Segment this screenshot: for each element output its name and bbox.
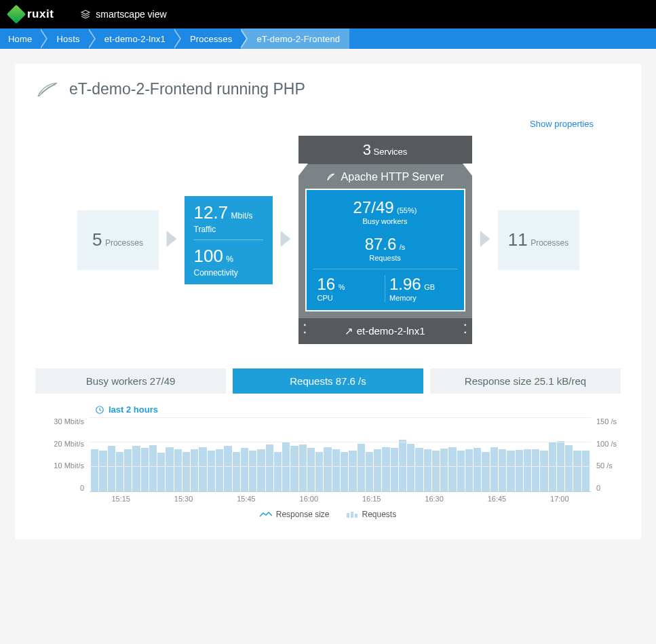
chart-bar — [573, 451, 581, 491]
chart-bar — [233, 452, 240, 491]
svg-marker-0 — [82, 10, 90, 14]
chart-bar — [391, 448, 398, 491]
chart-bar — [224, 446, 231, 491]
chart-bar — [124, 449, 132, 491]
left-processes-box[interactable]: 5 Processes — [77, 210, 159, 270]
chart-bar — [341, 452, 348, 491]
chart-bar — [149, 445, 157, 491]
line-legend-icon — [260, 511, 272, 518]
server-stack[interactable]: 3 Services Apache HTTP Server 27/49 (55%… — [298, 136, 472, 344]
breadcrumb-item[interactable]: Home — [0, 29, 41, 49]
chart-bar — [91, 449, 98, 491]
brand-text: ruxit — [27, 7, 54, 21]
chart-bar — [216, 449, 223, 491]
chart-bar — [540, 451, 547, 491]
breadcrumb-item[interactable]: et-demo-2-lnx1 — [90, 29, 175, 49]
breadcrumb: HomeHostset-demo-2-lnx1ProcesseseT-demo-… — [0, 29, 656, 49]
chart-bar — [349, 451, 356, 491]
chart-bar — [407, 444, 414, 491]
layers-icon — [81, 10, 90, 19]
chart-bar — [116, 452, 123, 491]
server-metrics: 27/49 (55%) Busy workers 87.6 /s Request… — [305, 189, 465, 311]
chart-bar — [266, 444, 273, 491]
timerange-picker[interactable]: last 2 hours — [95, 404, 621, 415]
chart-bar — [332, 449, 340, 491]
server-name: Apache HTTP Server — [305, 171, 465, 183]
feather-small-icon — [326, 172, 336, 182]
chart-bar — [208, 451, 215, 491]
chart-bar — [274, 452, 282, 491]
chart-bar — [524, 449, 531, 491]
show-properties-link[interactable]: Show properties — [35, 119, 621, 129]
chart-bar — [424, 449, 431, 491]
chart-bar — [249, 451, 256, 491]
right-processes-box[interactable]: 11 Processes — [498, 210, 579, 270]
legend-response-size: Response size — [260, 510, 330, 519]
chart-bar — [141, 448, 149, 491]
chart-bar — [108, 446, 115, 491]
chart-bar — [324, 447, 331, 491]
chart-bar — [315, 452, 323, 491]
svg-marker-3 — [480, 231, 490, 247]
chart-bar — [399, 440, 406, 491]
chart-bar — [358, 444, 365, 491]
traffic-box[interactable]: 12.7 Mbit/s Traffic 100 % Connectivity — [185, 196, 273, 284]
x-axis: 15:1515:3015:4516:0016:1516:3016:4517:00 — [90, 492, 591, 503]
chart-bar — [482, 452, 489, 491]
chart-bar — [307, 448, 315, 491]
chart-bar — [182, 452, 190, 491]
chart-bar — [440, 449, 448, 491]
chart-bar — [490, 447, 498, 491]
top-bar: ruxit smartscape view — [0, 0, 656, 29]
breadcrumb-item[interactable]: eT-demo-2-Frontend — [242, 29, 349, 49]
bar-legend-icon — [346, 511, 358, 518]
breadcrumb-item[interactable]: Hosts — [41, 29, 89, 49]
chart-bar — [257, 449, 265, 491]
chart-bar — [432, 451, 440, 491]
brand-logo[interactable]: ruxit — [9, 7, 54, 21]
y-axis-right: 150 /s100 /s50 /s0 — [591, 417, 621, 492]
feather-icon — [35, 81, 60, 98]
logo-cube-icon — [7, 5, 26, 24]
chart-bar — [516, 450, 523, 491]
chart-bar — [166, 447, 173, 491]
svg-marker-1 — [166, 231, 176, 247]
chart-bar — [532, 449, 539, 491]
chart-bar — [132, 446, 140, 491]
tab-1[interactable]: Requests 87.6 /s — [233, 368, 423, 394]
chart-canvas[interactable] — [90, 417, 591, 492]
main-card: eT-demo-2-Frontend running PHP Show prop… — [15, 64, 641, 539]
services-header: 3 Services — [298, 136, 472, 164]
tab-0[interactable]: Busy workers 27/49 — [35, 368, 226, 394]
page-title: eT-demo-2-Frontend running PHP — [35, 80, 621, 98]
arrow-icon — [161, 229, 182, 252]
tab-2[interactable]: Response size 25.1 kB/req — [430, 368, 621, 394]
svg-rect-7 — [355, 514, 358, 518]
svg-marker-2 — [280, 231, 290, 247]
chart-bar — [474, 448, 481, 491]
chart-bar — [507, 451, 514, 491]
arrow-icon — [475, 229, 495, 252]
chart-bar — [565, 445, 573, 491]
handle-icon: ▪▪ — [304, 321, 307, 336]
chart-bar — [241, 448, 248, 491]
host-link[interactable]: ▪▪ ▪▪ ↗ et-demo-2-lnx1 — [298, 318, 472, 344]
chart-bar — [199, 447, 206, 491]
chart-bar — [191, 449, 198, 491]
chart-bar — [374, 449, 381, 491]
chart-bar — [366, 452, 373, 491]
chart-bar — [174, 449, 182, 491]
chart-bar — [448, 447, 456, 491]
y-axis-left: 30 Mbit/s20 Mbit/s10 Mbit/s0 — [35, 417, 90, 492]
arrow-icon — [275, 229, 296, 252]
chart-bar — [290, 446, 298, 491]
breadcrumb-item[interactable]: Processes — [175, 29, 242, 49]
view-switcher[interactable]: smartscape view — [81, 9, 166, 20]
clock-icon — [95, 405, 104, 415]
chart-legend: Response size Requests — [35, 510, 621, 519]
chart-bar — [299, 444, 307, 491]
svg-rect-6 — [351, 512, 353, 518]
chart-bar — [382, 447, 389, 491]
view-label: smartscape view — [96, 9, 166, 20]
chart-area: 30 Mbit/s20 Mbit/s10 Mbit/s0 150 /s100 /… — [35, 417, 621, 492]
